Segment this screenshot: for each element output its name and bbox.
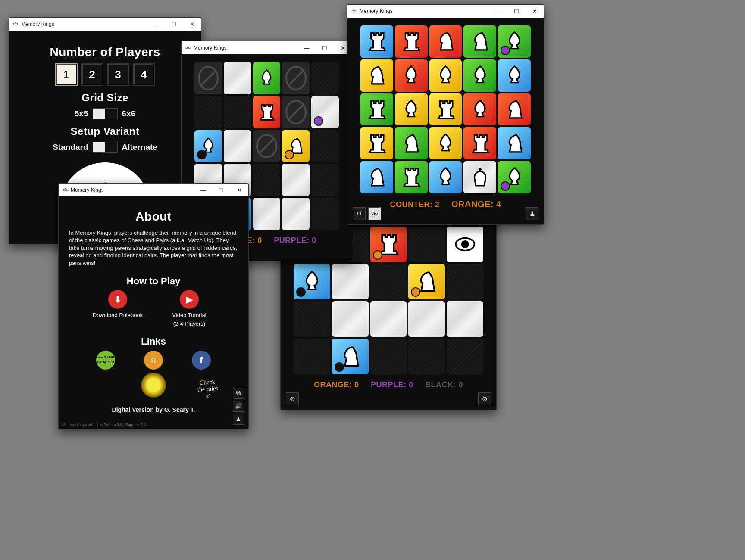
- board-cell[interactable]: [224, 62, 251, 94]
- close-button[interactable]: ✕: [526, 5, 544, 18]
- award-badge: [141, 372, 166, 398]
- board-cell[interactable]: [498, 161, 531, 193]
- board-cell[interactable]: [253, 62, 281, 94]
- board-cell[interactable]: [463, 127, 496, 159]
- gamecrafter-link[interactable]: the GAME CRAFTER: [96, 351, 115, 370]
- board-cell[interactable]: [463, 161, 496, 193]
- board-cell[interactable]: [395, 93, 428, 126]
- board-cell[interactable]: [294, 264, 330, 300]
- board-cell[interactable]: [498, 127, 531, 159]
- board-cell[interactable]: [370, 301, 407, 337]
- video-tutorial[interactable]: ▶ Video Tutorial (2-4 Players): [163, 290, 215, 327]
- board-cell[interactable]: [370, 339, 407, 374]
- board-cell[interactable]: [360, 93, 393, 126]
- percent-button[interactable]: %: [233, 388, 244, 399]
- board-cell[interactable]: [332, 339, 369, 374]
- close-button[interactable]: ✕: [230, 184, 248, 196]
- board-cell[interactable]: [395, 161, 428, 193]
- minimize-button[interactable]: —: [147, 18, 165, 31]
- board-cell[interactable]: [360, 25, 393, 58]
- board-cell[interactable]: [370, 227, 407, 262]
- titlebar: Memory Kings — ☐ ✕: [182, 41, 352, 54]
- pawn-button[interactable]: ♟: [526, 207, 538, 220]
- board-cell[interactable]: [282, 96, 310, 128]
- board-cell[interactable]: [282, 198, 310, 230]
- player-count-3[interactable]: 3: [107, 63, 129, 86]
- board-cell[interactable]: [282, 130, 310, 162]
- board-cell[interactable]: [224, 96, 251, 128]
- cancel-left-button[interactable]: ⊘: [286, 392, 299, 405]
- board-cell[interactable]: [311, 96, 339, 128]
- board-cell[interactable]: [311, 130, 339, 162]
- board-cell[interactable]: [311, 164, 339, 196]
- board-cell[interactable]: [194, 62, 222, 94]
- board-cell[interactable]: [332, 301, 369, 337]
- facebook-link[interactable]: f: [192, 351, 211, 370]
- board-cell[interactable]: [429, 59, 462, 92]
- game-board[interactable]: [347, 18, 544, 197]
- pawn-button[interactable]: ♟: [233, 414, 244, 425]
- board-cell[interactable]: [360, 127, 393, 159]
- profile-link[interactable]: ☺: [144, 351, 163, 370]
- grid-toggle[interactable]: [93, 108, 118, 119]
- app-icon: [185, 45, 191, 51]
- sound-button[interactable]: 🔊: [233, 401, 244, 412]
- board-cell[interactable]: [447, 301, 483, 337]
- board-cell[interactable]: [253, 130, 281, 162]
- board-cell[interactable]: [429, 93, 462, 126]
- board-cell[interactable]: [395, 25, 428, 58]
- board-cell[interactable]: [408, 264, 445, 300]
- board-cell[interactable]: [498, 59, 531, 92]
- board-cell[interactable]: [429, 161, 462, 193]
- maximize-button[interactable]: ☐: [316, 41, 334, 54]
- minimize-button[interactable]: —: [194, 184, 212, 196]
- maximize-button[interactable]: ☐: [212, 184, 230, 196]
- variant-toggle[interactable]: [93, 142, 118, 153]
- player-count-1[interactable]: 1: [55, 63, 78, 86]
- board-cell[interactable]: [294, 301, 330, 337]
- board-cell[interactable]: [294, 339, 330, 374]
- board-cell[interactable]: [447, 339, 483, 374]
- close-button[interactable]: ✕: [183, 18, 201, 31]
- board-cell[interactable]: [360, 59, 393, 92]
- cancel-right-button[interactable]: ⊘: [478, 392, 491, 405]
- board-cell[interactable]: [253, 198, 281, 230]
- player-count-2[interactable]: 2: [81, 63, 103, 86]
- undo-button[interactable]: ↺: [353, 207, 366, 220]
- board-cell[interactable]: [447, 227, 483, 262]
- board-cell[interactable]: [370, 264, 407, 300]
- board-cell[interactable]: [463, 25, 496, 58]
- board-cell[interactable]: [311, 62, 339, 94]
- maximize-button[interactable]: ☐: [165, 18, 183, 31]
- board-cell[interactable]: [282, 62, 310, 94]
- maximize-button[interactable]: ☐: [507, 5, 526, 18]
- board-cell[interactable]: [447, 264, 483, 300]
- board-cell[interactable]: [408, 339, 445, 374]
- board-cell[interactable]: [194, 96, 222, 128]
- board-cell[interactable]: [395, 127, 428, 159]
- board-cell[interactable]: [498, 93, 531, 126]
- board-cell[interactable]: [194, 130, 222, 162]
- minimize-button[interactable]: —: [489, 5, 507, 18]
- board-cell[interactable]: [224, 130, 251, 162]
- board-cell[interactable]: [408, 227, 445, 262]
- eye-button[interactable]: 👁: [368, 207, 381, 220]
- download-rulebook[interactable]: ⬇ Download Rulebook: [92, 290, 144, 319]
- variant-heading: Setup Variant: [9, 125, 201, 137]
- board-cell[interactable]: [332, 264, 369, 300]
- board-cell[interactable]: [408, 301, 445, 337]
- board-cell[interactable]: [429, 127, 462, 159]
- board-cell[interactable]: [282, 164, 310, 196]
- board-cell[interactable]: [395, 59, 428, 92]
- board-cell[interactable]: [429, 25, 462, 58]
- board-cell[interactable]: [463, 93, 496, 126]
- board-cell[interactable]: [253, 96, 281, 128]
- board-cell[interactable]: [498, 25, 531, 58]
- minimize-button[interactable]: —: [297, 41, 316, 54]
- board-cell[interactable]: [253, 164, 281, 196]
- board-cell[interactable]: [360, 161, 393, 193]
- credits: Digital Version by G. Scary T.: [69, 406, 238, 414]
- board-cell[interactable]: [463, 59, 496, 92]
- board-cell[interactable]: [311, 198, 339, 230]
- player-count-4[interactable]: 4: [133, 63, 155, 86]
